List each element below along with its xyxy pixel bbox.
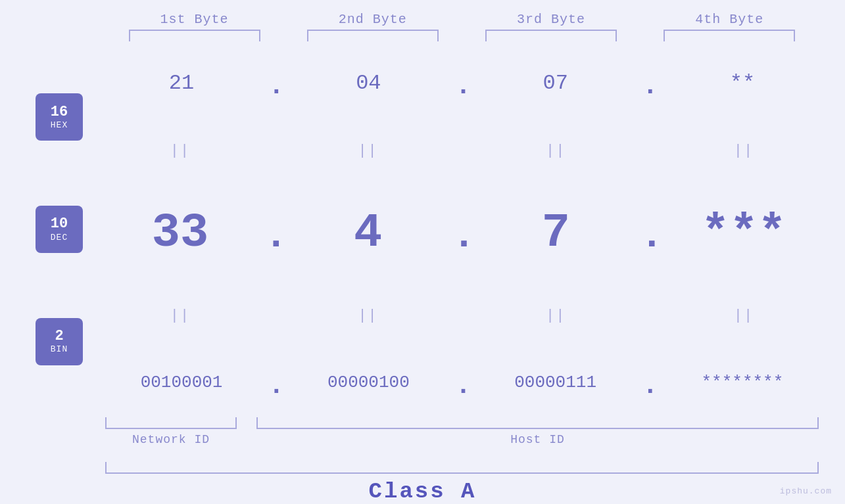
hex-row: 21 . 04 . 07 . ** <box>105 71 819 95</box>
class-label: Class A <box>0 479 845 504</box>
eq1-b2: || <box>302 143 434 159</box>
eq2-b4: || <box>678 308 809 324</box>
equals-row-2: || || || || <box>105 306 819 325</box>
id-labels-row: Network ID Host ID <box>105 433 819 446</box>
hex-b4-cell: ** <box>677 71 808 95</box>
bin-b1-cell: 00100001 <box>116 373 247 392</box>
dec-dot3: . <box>640 214 660 258</box>
hex-badge-num: 16 <box>51 104 68 120</box>
eq2-b2: || <box>302 308 434 324</box>
byte4-header: 4th Byte <box>664 12 795 27</box>
bracket-byte1 <box>129 30 260 41</box>
bin-badge: 2 BIN <box>36 318 83 365</box>
hex-b2-cell: 04 <box>302 71 434 95</box>
dec-b3-value: 7 <box>542 206 570 260</box>
dec-b2-value: 4 <box>354 206 382 260</box>
dec-badge: 10 DEC <box>36 206 83 253</box>
dec-dot1: . <box>264 214 284 258</box>
dec-b4-value: *** <box>701 206 786 260</box>
watermark: ipshu.com <box>780 486 832 496</box>
eq1-b4: || <box>678 143 809 159</box>
main-content: 16 HEX 10 DEC 2 BIN 21 . 04 <box>0 48 845 417</box>
byte-headers: 1st Byte 2nd Byte 3rd Byte 4th Byte <box>105 0 845 27</box>
top-brackets <box>105 30 845 41</box>
dec-badge-num: 10 <box>51 216 68 232</box>
full-bracket <box>105 462 819 474</box>
full-bracket-row <box>105 462 845 474</box>
hex-b3-cell: 07 <box>490 71 621 95</box>
network-id-label: Network ID <box>105 433 237 446</box>
eq2-b3: || <box>490 308 621 324</box>
main-container: 1st Byte 2nd Byte 3rd Byte 4th Byte 16 H… <box>0 0 845 504</box>
hex-b1-value: 21 <box>169 71 194 95</box>
equals-row-1: || || || || <box>105 142 819 160</box>
badges-column: 16 HEX 10 DEC 2 BIN <box>0 48 105 417</box>
hex-dot2: . <box>455 72 468 101</box>
hex-b2-value: 04 <box>356 71 381 95</box>
bin-b4-cell: ******** <box>677 373 808 392</box>
bytes-area: 21 . 04 . 07 . ** || || <box>105 48 845 417</box>
bin-dot2: . <box>455 371 468 401</box>
dec-b4-cell: *** <box>678 206 809 260</box>
dec-dot2: . <box>452 214 471 258</box>
byte1-header: 1st Byte <box>129 12 260 27</box>
bin-dot3: . <box>642 371 656 401</box>
bin-row: 00100001 . 00000100 . 00000111 . *******… <box>105 371 819 394</box>
dec-badge-label: DEC <box>51 233 68 242</box>
bin-b3-cell: 00000111 <box>490 373 621 392</box>
bottom-section: Network ID Host ID <box>105 417 845 453</box>
byte3-header: 3rd Byte <box>485 12 617 27</box>
bin-badge-num: 2 <box>55 329 63 344</box>
hex-badge: 16 HEX <box>36 93 83 141</box>
bin-b2-cell: 00000100 <box>302 373 434 392</box>
bin-b3-value: 00000111 <box>514 373 596 392</box>
bracket-byte2 <box>307 30 439 41</box>
bin-b4-value: ******** <box>701 373 783 392</box>
bin-dot1: . <box>268 371 281 401</box>
bracket-byte3 <box>485 30 617 41</box>
dec-b1-cell: 33 <box>114 206 246 260</box>
byte2-header: 2nd Byte <box>307 12 439 27</box>
hex-b1-cell: 21 <box>116 71 247 95</box>
bin-badge-label: BIN <box>51 344 68 354</box>
hex-badge-label: HEX <box>51 120 68 130</box>
hex-dot3: . <box>642 72 656 101</box>
hex-dot1: . <box>268 72 281 101</box>
dec-row: 33 . 4 . 7 . *** <box>105 206 819 260</box>
host-bracket <box>256 417 819 429</box>
network-bracket <box>105 417 237 429</box>
host-id-label: Host ID <box>256 433 819 446</box>
hex-b3-value: 07 <box>543 71 567 95</box>
eq1-b3: || <box>490 143 621 159</box>
dec-b1-value: 33 <box>152 206 208 260</box>
bracket-byte4 <box>664 30 795 41</box>
dec-b2-cell: 4 <box>302 206 434 260</box>
eq1-b1: || <box>114 143 246 159</box>
bin-b1-value: 00100001 <box>141 373 223 392</box>
bin-b2-value: 00000100 <box>327 373 410 392</box>
hex-b4-value: ** <box>730 71 755 95</box>
eq2-b1: || <box>114 308 246 324</box>
dec-b3-cell: 7 <box>490 206 621 260</box>
bottom-brackets <box>105 417 819 429</box>
